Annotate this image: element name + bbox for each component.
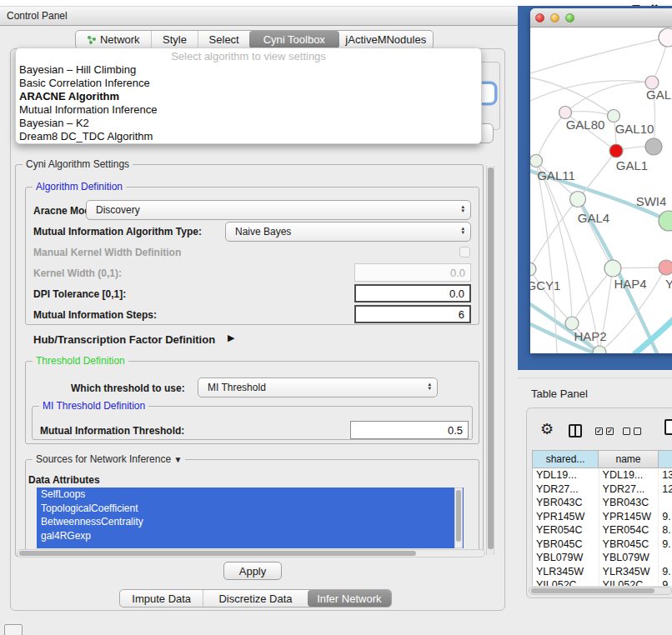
table-row[interactable]: YDL19...YDL19...13 [533,468,672,482]
node-hap2[interactable] [565,317,579,330]
select-all-columns-icon[interactable]: ✓✓ [595,428,614,435]
sources-collapse-icon[interactable]: ▼ [173,455,182,464]
tab-network[interactable]: Network [76,31,151,48]
deselect-all-columns-icon[interactable] [623,428,641,435]
mi-algorithm-type-combo[interactable]: Naive Bayes ▴▾ [225,222,471,242]
network-edge [536,161,557,353]
table-cell: YDR27... [599,482,659,497]
minimized-panel-chip[interactable] [4,624,23,635]
table-row[interactable]: YIL052CYIL052C9 [533,578,672,586]
hub-tf-definition-label: Hub/Transcription Factor Definition [33,333,215,346]
mi-threshold-value: 0.5 [448,424,463,437]
table-cell: YBR043C [533,496,599,510]
tab-impute-data[interactable]: Impute Data [120,590,203,607]
control-panel-titlebar: Control Panel [0,7,518,26]
algorithm-option[interactable]: Dream8 DC_TDC Algorithm [16,130,481,143]
node-gray[interactable] [645,138,662,155]
which-threshold-combo[interactable]: MI Threshold ▴▾ [198,378,438,398]
document-icon[interactable] [664,419,672,435]
node-gcy1[interactable] [530,262,536,276]
node-label: HAP4 [614,277,646,291]
attribute-list-item[interactable]: gal4RGexp [37,529,464,543]
table-cell: 8. [659,523,672,538]
dpi-tolerance-label: DPI Tolerance [0,1]: [33,288,126,300]
table-cell: YBL079W [533,551,599,565]
table-row[interactable]: YDR27...YDR27...12 [533,482,672,497]
table-row[interactable]: YPR145WYPR145W9. [533,510,672,524]
cyni-algorithm-settings-title: Cyni Algorithm Settings [23,158,133,170]
table-cell: YDR27... [533,482,599,497]
close-traffic-light[interactable] [535,13,544,22]
aracne-mode-combo[interactable]: Discovery ▴▾ [86,200,471,220]
tab-select-label: Select [209,33,239,46]
node-gal11[interactable] [530,155,543,168]
table-row[interactable]: YER054CYER054C8. [533,523,672,538]
table-row[interactable]: YBL079WYBL079W [533,551,672,565]
algorithm-option[interactable]: Bayesian – K2 [16,117,481,130]
zoom-traffic-light[interactable] [565,13,574,22]
table-cell: YIL052C [533,578,599,586]
screenshot-root: Control Panel ✖ Network Style Select Cyn… [0,0,672,635]
tab-discretize-data[interactable]: Discretize Data [203,590,307,607]
tab-jactivemnodules[interactable]: jActiveMNodules [339,31,433,48]
node-gal1[interactable] [609,144,623,158]
node-y-partial[interactable] [659,260,672,275]
table-cell: YER054C [533,523,599,538]
attribute-list-item[interactable]: TopologicalCoefficient [37,502,464,516]
split-columns-icon[interactable] [569,424,582,438]
network-edge [565,112,614,116]
threshold-definition-title: Threshold Definition [33,355,128,367]
node-swi4[interactable] [659,211,672,231]
node-label: GAL1 [616,158,648,172]
settings-horizontal-scrollbar[interactable] [17,549,485,558]
node-unlabeled-top[interactable] [659,28,672,47]
algorithm-option[interactable]: ARACNE Algorithm [16,90,481,103]
mi-threshold-definition-title: MI Threshold Definition [39,400,148,412]
table-cell: YDL19... [533,468,599,482]
column-header-shared-name[interactable]: shared... [532,450,599,468]
node-hap4[interactable] [604,260,621,277]
algorithm-option[interactable]: Bayesian – Hill Climbing [16,63,481,77]
tab-style-label: Style [163,33,187,46]
attribute-list-item[interactable]: SelfLoops [37,488,464,502]
hub-tf-expand-icon[interactable]: ▶ [228,332,234,343]
table-row[interactable]: YBR043CYBR043C [533,496,672,510]
minimize-traffic-light[interactable] [550,13,559,22]
attribute-list-item[interactable]: BetweennessCentrality [37,515,464,529]
apply-button-label: Apply [239,565,267,578]
network-window-titlebar[interactable] [530,8,672,28]
stepper-icon: ▴▾ [461,226,464,234]
node-table-header: shared... name [532,450,672,468]
apply-button[interactable]: Apply [223,562,282,580]
tab-infer-network[interactable]: Infer Network [308,590,391,607]
tab-style[interactable]: Style [151,31,198,48]
network-edge [530,38,668,73]
mi-steps-value: 6 [459,308,464,321]
table-cell: YPR145W [599,510,659,524]
tab-cyni-toolbox[interactable]: Cyni Toolbox [249,31,339,48]
dpi-tolerance-field[interactable]: 0.0 [354,284,471,302]
mi-threshold-field[interactable]: 0.5 [350,421,469,439]
settings-vertical-scrollbar[interactable] [486,166,494,555]
column-header-name[interactable]: name [599,450,659,468]
column-header-partial[interactable] [659,450,672,468]
table-horizontal-scrollbar[interactable] [529,587,672,595]
attributes-list-scrollbar[interactable] [454,488,463,548]
node-label: GAL80 [566,118,605,132]
tab-select[interactable]: Select [198,31,249,48]
node-gal4[interactable] [570,192,586,208]
table-cell: 9. [659,538,672,552]
mi-algorithm-type-label: Mutual Information Algorithm Type: [33,226,202,238]
mi-steps-field[interactable]: 6 [354,305,471,323]
network-canvas[interactable]: GALGAL80GAL10GAL1GAL11GAL4SWI4GCY1HAP4YH… [530,28,672,353]
manual-kernel-width-checkbox[interactable] [459,247,470,258]
gear-icon[interactable]: ⚙ [540,420,554,438]
table-row[interactable]: YBR045CYBR045C9. [533,538,672,552]
tab-jactivemnodules-label: jActiveMNodules [345,33,426,46]
network-edge [530,269,572,323]
table-row[interactable]: YLR345WYLR345W9. [533,565,672,579]
kernel-width-field[interactable]: 0.0 [354,263,471,282]
algorithm-option[interactable]: Basic Correlation Inference [16,77,481,90]
node-gal10[interactable] [608,110,620,122]
algorithm-option[interactable]: Mutual Information Inference [16,103,481,117]
